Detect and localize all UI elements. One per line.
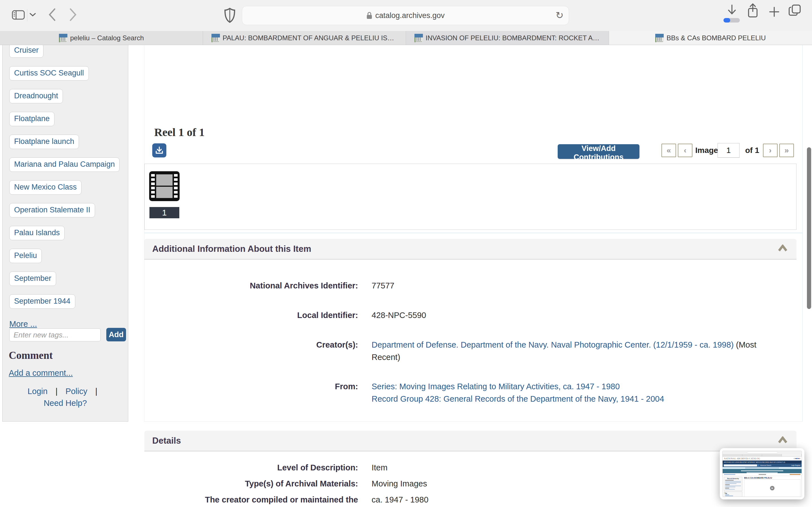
forward-button[interactable] [68,7,78,22]
mini-video-player: ▶ [744,480,801,497]
info-row: From: Series: Moving Images Relating to … [144,380,784,405]
mini-record-hierarchy: Record Hierarchy Tag [724,477,742,497]
first-image-button[interactable]: « [661,144,676,157]
details-row: The creator compiled or maintained the c… [144,494,784,506]
need-help-link[interactable]: Need Help? [44,399,87,407]
mini-alert-strip [723,467,802,469]
tab-catalog-search[interactable]: peleliu – Catalog Search [0,31,203,45]
comment-heading: Comment [9,349,53,361]
mini-play-icon: ▶ [770,486,774,490]
mini-search-bar: Advanced Search Login Register [723,464,802,467]
row-label: National Archives Identifier: [144,279,358,292]
last-image-button[interactable]: » [779,144,794,157]
record-panel-border [144,45,803,421]
info-row: National Archives Identifier: 77577 [144,279,784,292]
row-label: Type(s) of Archival Materials: [144,477,358,490]
record-group-link[interactable]: Record Group 428: General Records of the… [371,393,784,405]
lock-icon [366,11,372,19]
browser-toolbar: catalog.archives.gov ↻ [0,0,812,31]
tab-palau-bombardment[interactable]: PALAU: BOMBARDMENT OF ANGUAR & PELELIU I… [203,31,406,45]
additional-info-header[interactable]: Additional Information About this Item [144,239,797,260]
tag-pill[interactable]: Peleliu [9,249,42,263]
tag-pill[interactable]: September [9,272,56,286]
privacy-shield-icon[interactable] [224,7,236,24]
previous-image-button[interactable]: ‹ [678,144,693,157]
row-label: Level of Description: [144,461,358,474]
image-number-input[interactable] [718,143,740,158]
tag-pill[interactable]: Palau Islands [9,226,64,240]
thumbnail-strip-container: 1 [144,164,797,230]
screenshot-preview-content: NATIONAL ARCHIVES CATALOG ≡ MENU ARCHIVE… [722,451,802,497]
sidebar-toggle-icon[interactable] [12,10,25,20]
row-value: Series: Moving Images Relating to Milita… [371,380,784,405]
download-reel-button[interactable] [152,144,166,158]
of-total-label: of 1 [745,146,759,155]
tag-pill[interactable]: Dreadnought [9,89,63,103]
more-tags-link[interactable]: More ... [9,320,37,329]
toolbar-divider [27,9,28,21]
login-link[interactable]: Login [28,387,48,396]
mini-brand-text: NATIONAL ARCHIVES CATALOG [724,457,760,460]
add-comment-link[interactable]: Add a comment... [9,369,73,378]
details-row: Type(s) of Archival Materials: Moving Im… [144,477,784,490]
row-label: The creator compiled or maintained the [144,494,358,506]
tag-pill[interactable]: September 1944 [9,294,75,309]
new-tab-icon[interactable] [769,6,780,17]
tag-pill[interactable]: Curtiss SOC Seagull [9,66,89,80]
new-tag-input[interactable] [9,328,101,341]
footer-separator: | [95,387,98,396]
thumbnail-page-badge: 1 [149,207,179,218]
download-icon [155,146,163,155]
address-bar[interactable]: catalog.archives.gov ↻ [242,6,569,25]
series-link[interactable]: Series: Moving Images Relating to Milita… [371,380,784,393]
tag-pill[interactable]: New Mexico Class [9,180,82,194]
tag-pill[interactable]: Floatplane launch [9,135,79,149]
collapse-chevron-icon[interactable] [778,244,788,253]
collapse-chevron-icon[interactable] [778,436,788,445]
details-row: Level of Description: Item [144,461,784,474]
sidebar-chevron-down-icon[interactable] [29,12,36,17]
row-label: From: [144,380,358,405]
details-header[interactable]: Details [144,431,797,452]
view-add-contributions-button[interactable]: View/Add Contributions [558,144,640,159]
reload-icon[interactable]: ↻ [556,10,564,21]
row-label: Local Identifier: [144,309,358,321]
mini-login-register: Login Register [792,464,801,466]
add-tag-button[interactable]: Add [106,328,126,341]
creator-link[interactable]: Department of Defense. Department of the… [371,340,733,349]
tag-pill[interactable]: Operation Stalemate II [9,203,95,217]
section-title: Details [152,436,181,446]
tab-overview-icon[interactable] [788,4,802,17]
tab-title: peleliu – Catalog Search [70,34,144,42]
tag-pill[interactable]: Cruiser [9,45,43,58]
tab-bbs-cas-bombard-peleliu[interactable]: BBs & CAs BOMBARD PELELIU [609,31,812,45]
screenshot-preview-thumbnail[interactable]: NATIONAL ARCHIVES CATALOG ≡ MENU ARCHIVE… [720,448,804,499]
footer-separator: | [56,387,58,396]
film-reel-thumbnail[interactable] [149,171,180,203]
policy-link[interactable]: Policy [65,387,87,396]
back-button[interactable] [47,7,57,22]
tag-pill[interactable]: Floatplane [9,112,54,126]
mini-results-row [723,473,802,476]
downloads-icon[interactable] [726,4,738,17]
tab-title: BBs & CAs BOMBARD PELELIU [666,34,766,42]
image-label: Image [695,146,718,155]
reel-heading: Reel 1 of 1 [154,126,205,139]
mini-tag-label: Tag [725,492,742,494]
tag-sidebar: Cruiser Curtiss SOC Seagull Dreadnought … [2,45,128,421]
scrollbar-thumb[interactable] [807,147,811,309]
next-image-button[interactable]: › [763,144,777,157]
archives-favicon [59,34,67,42]
tab-title: PALAU: BOMBARDMENT OF ANGUAR & PELELIU I… [223,34,398,42]
archives-favicon [414,34,423,42]
mini-beta-banner [723,469,802,473]
tag-pill[interactable]: Mariana and Palau Campaign [9,158,119,172]
mini-advanced-search: Advanced Search [760,464,771,466]
tab-title: INVASION OF PELELIU: BOMBARDMENT: ROCKET… [426,34,601,42]
mini-nav-bar: ARCHIVES.GOV LOGIN REGISTER VETERANS' SE… [723,460,802,464]
share-icon[interactable] [747,3,759,18]
tab-invasion-peleliu[interactable]: INVASION OF PELELIU: BOMBARDMENT: ROCKET… [406,31,609,45]
tab-bar: peleliu – Catalog Search PALAU: BOMBARDM… [0,31,812,45]
row-value: Department of Defense. Department of the… [371,339,784,363]
url-text: catalog.archives.gov [375,11,445,20]
